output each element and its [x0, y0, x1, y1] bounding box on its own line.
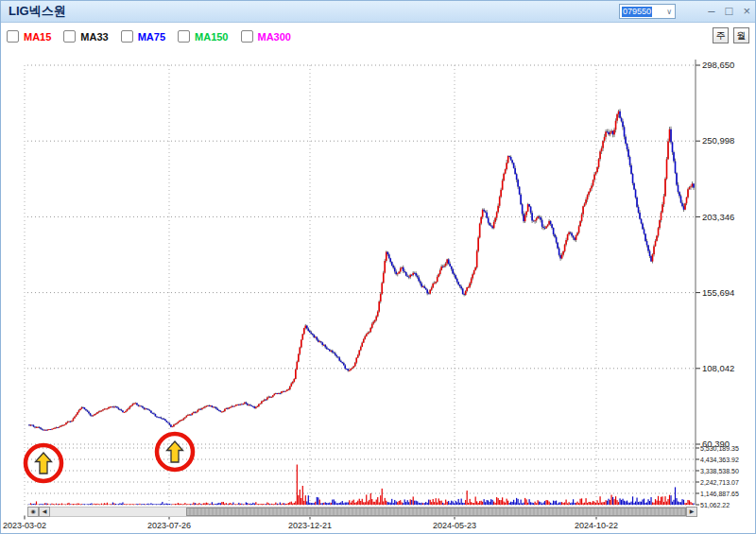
ma75-label: MA75 — [138, 31, 165, 43]
buy-signal-annotation — [26, 445, 61, 481]
period-month-button[interactable]: 월 — [733, 27, 749, 43]
volume-label: 5,530,189.35 — [700, 445, 739, 452]
volume-gridlines — [27, 448, 696, 505]
ma150-checkbox[interactable] — [178, 30, 190, 43]
scrollbar-left-button[interactable]: ◀ — [39, 507, 50, 517]
price-label: 108,042 — [702, 363, 734, 373]
close-button[interactable]: × — [743, 3, 750, 20]
ma33-toggle[interactable]: MA33 — [63, 30, 108, 43]
ma300-label: MA300 — [258, 31, 291, 43]
price-label: 203,346 — [702, 212, 734, 222]
date-label: 2024-05-23 — [433, 521, 476, 530]
volume-label: 4,434,363.92 — [700, 456, 739, 463]
stock-code-input[interactable]: 079550 ∨ — [619, 4, 676, 19]
period-week-button[interactable]: 주 — [713, 27, 729, 43]
ma15-toggle[interactable]: MA15 — [7, 30, 51, 43]
period-buttons: 주월 — [713, 27, 749, 43]
ma-toolbar: MA15MA33MA75MA150MA300 — [1, 23, 755, 50]
ma300-toggle[interactable]: MA300 — [241, 30, 291, 43]
ma150-label: MA150 — [195, 31, 228, 43]
volume-label: 1,146,887.65 — [700, 491, 739, 497]
price-gridlines — [27, 65, 696, 444]
volume-axis-labels: 5,530,189.354,434,363.923,338,538.502,24… — [696, 445, 739, 508]
ma75-checkbox[interactable] — [121, 30, 133, 43]
price-label: 298,650 — [702, 60, 734, 70]
candle-wicks — [29, 109, 694, 430]
ma15-label: MA15 — [24, 31, 51, 43]
stock-chart-window: LIG넥스원 079550 ∨ – □ × MA15MA33MA75MA150M… — [0, 0, 756, 534]
window-title: LIG넥스원 — [9, 3, 66, 20]
date-label: 2023-12-21 — [288, 521, 332, 530]
candlestick-chart: 298,650250,998203,346155,694108,04260,39… — [1, 50, 756, 534]
price-axis-labels: 298,650250,998203,346155,694108,04260,39… — [696, 60, 734, 449]
ma75-toggle[interactable]: MA75 — [121, 30, 165, 43]
chevron-down-icon[interactable]: ∨ — [666, 8, 672, 16]
ma33-label: MA33 — [80, 31, 108, 43]
ma15-checkbox[interactable] — [7, 30, 19, 43]
buy-annotations — [26, 434, 193, 481]
date-label: 2023-07-26 — [147, 521, 191, 530]
candle-bodies — [28, 112, 695, 431]
scrollbar-track[interactable] — [50, 507, 686, 517]
up-arrow-icon — [36, 453, 52, 474]
price-label: 250,998 — [702, 135, 734, 146]
ma33-checkbox[interactable] — [63, 30, 76, 43]
ma150-toggle[interactable]: MA150 — [178, 30, 228, 43]
scrollbar-zoom-button[interactable]: ◉ — [27, 507, 39, 517]
ma300-checkbox[interactable] — [241, 30, 253, 43]
date-scrollbar: ◉ ◀ ▶ — [27, 507, 697, 517]
scrollbar-right-button[interactable]: ▶ — [686, 507, 697, 517]
date-gridlines — [25, 65, 596, 505]
date-axis-labels: 2023-03-022023-07-262023-12-212024-05-23… — [3, 516, 618, 531]
volume-bars — [28, 465, 694, 505]
titlebar: LIG넥스원 079550 ∨ – □ × — [1, 1, 755, 23]
volume-label: 3,338,538.50 — [700, 468, 739, 474]
volume-label: 2,242,713.07 — [700, 479, 739, 486]
volume-label: 51,062.22 — [700, 502, 730, 508]
date-label: 2024-10-22 — [575, 521, 618, 530]
price-label: 155,694 — [702, 287, 734, 298]
window-controls: – □ × — [708, 3, 750, 20]
maximize-button[interactable]: □ — [726, 3, 733, 20]
minimize-button[interactable]: – — [708, 3, 714, 20]
stock-code-value: 079550 — [622, 7, 652, 17]
date-label: 2023-03-02 — [3, 521, 46, 530]
scrollbar-thumb[interactable] — [186, 508, 686, 516]
buy-signal-annotation — [157, 434, 193, 470]
